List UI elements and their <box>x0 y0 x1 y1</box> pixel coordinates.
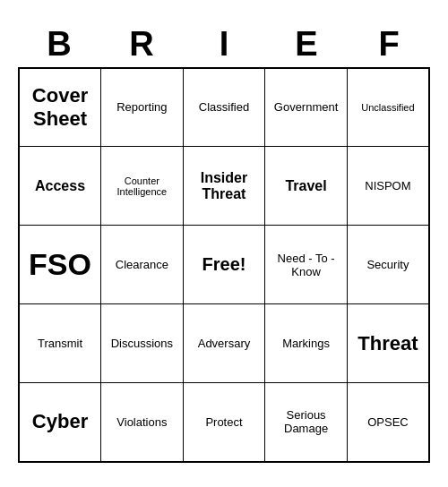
cell-r0-c4: Unclassified <box>347 68 429 147</box>
title-letter: F <box>348 25 430 64</box>
cell-r3-c0: Transmit <box>19 304 101 383</box>
cell-r4-c2: Protect <box>183 383 265 462</box>
cell-r0-c2: Classified <box>183 68 265 147</box>
title-letter: E <box>265 25 348 64</box>
cell-r1-c4: NISPOM <box>347 147 429 226</box>
cell-r1-c2: Insider Threat <box>183 147 265 226</box>
cell-r2-c4: Security <box>347 226 429 304</box>
cell-r4-c0: Cyber <box>19 383 101 462</box>
cell-r2-c3: Need - To - Know <box>265 226 348 304</box>
cell-r0-c3: Government <box>265 68 348 147</box>
title-letter: R <box>100 25 183 64</box>
bingo-card: BRIEF Cover SheetReportingClassifiedGove… <box>18 25 430 463</box>
cell-r0-c0: Cover Sheet <box>19 68 101 147</box>
title-letter: I <box>183 25 265 64</box>
cell-r2-c0: FSO <box>19 226 101 304</box>
cell-r4-c3: Serious Damage <box>265 383 348 462</box>
title-letter: B <box>18 25 100 64</box>
cell-r2-c1: Clearance <box>101 226 184 304</box>
cell-r3-c4: Threat <box>347 304 429 383</box>
cell-r1-c1: Counter Intelligence <box>101 147 184 226</box>
cell-r1-c0: Access <box>19 147 101 226</box>
bingo-title: BRIEF <box>18 25 430 64</box>
cell-r3-c2: Adversary <box>183 304 265 383</box>
cell-r4-c4: OPSEC <box>347 383 429 462</box>
cell-r4-c1: Violations <box>101 383 184 462</box>
cell-r3-c1: Discussions <box>101 304 184 383</box>
cell-r0-c1: Reporting <box>101 68 184 147</box>
bingo-grid: Cover SheetReportingClassifiedGovernment… <box>18 67 430 463</box>
cell-r3-c3: Markings <box>265 304 348 383</box>
cell-r2-c2: Free! <box>183 226 265 304</box>
cell-r1-c3: Travel <box>265 147 348 226</box>
